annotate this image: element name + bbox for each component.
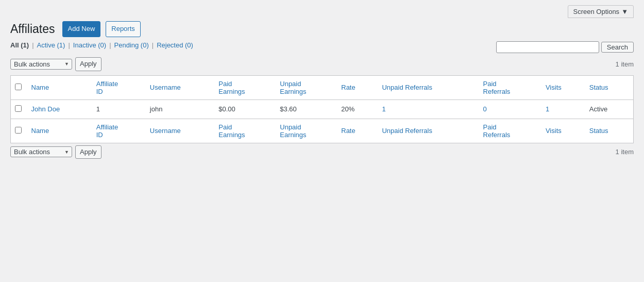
col-footer-username[interactable]: Username — [145, 119, 213, 143]
filter-links: All (1) | Active (1) | Inactive (0) | Pe… — [10, 41, 193, 49]
row-paid-earnings: $0.00 — [213, 99, 275, 119]
apply-button-bottom[interactable]: Apply — [75, 145, 101, 159]
col-header-name[interactable]: Name — [26, 75, 91, 99]
col-footer-visits[interactable]: Visits — [540, 119, 584, 143]
select-all-checkbox-top[interactable] — [15, 84, 22, 90]
col-footer-unpaid-earnings[interactable]: UnpaidEarnings — [275, 119, 336, 143]
filter-rejected[interactable]: Rejected (0) — [157, 41, 193, 49]
row-checkbox[interactable] — [15, 105, 22, 112]
add-new-button[interactable]: Add New — [62, 21, 101, 37]
filter-sep-1: | — [32, 41, 33, 49]
apply-button-top[interactable]: Apply — [75, 57, 101, 71]
col-footer-paid-referrals[interactable]: PaidReferrals — [478, 119, 540, 143]
tablenav-bottom: Bulk actions Delete Apply 1 item — [10, 145, 634, 159]
col-header-visits[interactable]: Visits — [540, 75, 584, 99]
reports-button[interactable]: Reports — [106, 21, 141, 37]
filter-sep-2: | — [68, 41, 70, 49]
table-body: John Doe 1 john $0.00 $3.60 20% 1 0 1 Ac… — [11, 99, 634, 119]
filter-pending[interactable]: Pending (0) — [114, 41, 149, 49]
col-footer-name[interactable]: Name — [26, 119, 91, 143]
col-footer-check — [11, 119, 26, 143]
col-footer-affiliate-id[interactable]: AffiliateID — [91, 119, 145, 143]
col-header-check — [11, 75, 26, 99]
col-header-unpaid-earnings[interactable]: UnpaidEarnings — [275, 75, 336, 99]
affiliates-table: Name AffiliateID Username PaidEarnings U… — [10, 75, 634, 143]
search-box: Search — [496, 41, 634, 53]
item-count-top: 1 item — [616, 60, 634, 68]
screen-options-bar: Screen Options ▼ — [10, 5, 634, 18]
page-title: Affiliates — [10, 22, 55, 36]
screen-options-arrow: ▼ — [621, 8, 628, 15]
bulk-actions-select-bottom[interactable]: Bulk actions Delete — [10, 146, 72, 157]
search-button[interactable]: Search — [601, 42, 634, 53]
col-footer-status[interactable]: Status — [584, 119, 634, 143]
tablenav-top: Bulk actions Delete Apply 1 item — [10, 55, 634, 73]
bulk-actions-wrapper-top: Bulk actions Delete — [10, 59, 72, 70]
col-header-paid-earnings[interactable]: PaidEarnings — [213, 75, 275, 99]
col-header-affiliate-id[interactable]: AffiliateID — [91, 75, 145, 99]
screen-options-label: Screen Options — [573, 8, 620, 15]
table-header-row: Name AffiliateID Username PaidEarnings U… — [11, 75, 634, 99]
screen-options-button[interactable]: Screen Options ▼ — [568, 5, 634, 18]
bulk-actions-wrapper-bottom: Bulk actions Delete — [10, 146, 72, 157]
top-bar: All (1) | Active (1) | Inactive (0) | Pe… — [10, 41, 634, 53]
filter-active[interactable]: Active (1) — [37, 41, 65, 49]
row-checkbox-cell — [11, 99, 26, 119]
select-all-checkbox-bottom[interactable] — [15, 127, 22, 134]
filter-sep-4: | — [152, 41, 154, 49]
col-header-username[interactable]: Username — [145, 75, 213, 99]
row-name: John Doe — [26, 99, 91, 119]
search-input[interactable] — [496, 41, 599, 53]
col-footer-rate[interactable]: Rate — [336, 119, 377, 143]
bulk-actions-select-top[interactable]: Bulk actions Delete — [10, 59, 72, 70]
col-header-unpaid-referrals[interactable]: Unpaid Referrals — [377, 75, 478, 99]
col-header-paid-referrals[interactable]: PaidReferrals — [478, 75, 540, 99]
row-rate: 20% — [336, 99, 377, 119]
page-header: Affiliates Add New Reports — [10, 21, 634, 37]
tablenav-top-left: Bulk actions Delete Apply — [10, 57, 101, 71]
row-username: john — [145, 99, 213, 119]
item-count-bottom: 1 item — [616, 148, 634, 156]
row-unpaid-referrals[interactable]: 1 — [377, 99, 478, 119]
table-footer-row: Name AffiliateID Username PaidEarnings U… — [11, 119, 634, 143]
tablenav-bottom-left: Bulk actions Delete Apply — [10, 145, 101, 159]
filter-all[interactable]: All (1) — [10, 41, 29, 49]
filter-inactive[interactable]: Inactive (0) — [73, 41, 106, 49]
col-header-status[interactable]: Status — [584, 75, 634, 99]
row-affiliate-id: 1 — [91, 99, 145, 119]
row-status: Active — [584, 99, 634, 119]
row-unpaid-earnings: $3.60 — [275, 99, 336, 119]
col-footer-paid-earnings[interactable]: PaidEarnings — [213, 119, 275, 143]
row-name-link[interactable]: John Doe — [31, 105, 60, 113]
col-footer-unpaid-referrals[interactable]: Unpaid Referrals — [377, 119, 478, 143]
row-visits[interactable]: 1 — [540, 99, 584, 119]
row-paid-referrals[interactable]: 0 — [478, 99, 540, 119]
table-row: John Doe 1 john $0.00 $3.60 20% 1 0 1 Ac… — [11, 99, 634, 119]
filter-sep-3: | — [109, 41, 111, 49]
col-header-rate[interactable]: Rate — [336, 75, 377, 99]
